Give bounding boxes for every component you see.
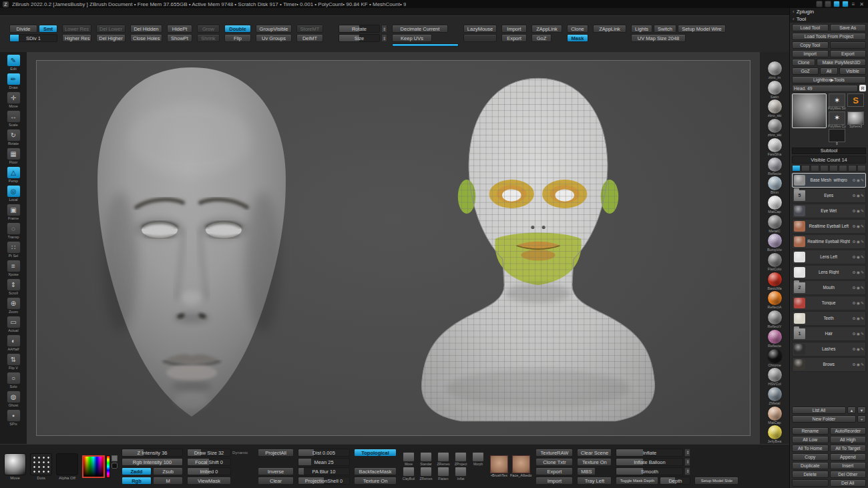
material-swatch[interactable]: FastSha [768, 138, 782, 157]
document-canvas[interactable] [36, 60, 750, 436]
brush-preset[interactable]: Morph [470, 452, 486, 466]
zsub-toggle[interactable]: Zsub [153, 467, 183, 475]
viewport[interactable] [27, 52, 760, 444]
hue-strip[interactable] [106, 455, 110, 478]
gear-icon[interactable] [852, 178, 855, 182]
left-toolbar-item[interactable]: ↻ Rotate [0, 129, 27, 146]
tool-export-button[interactable]: Export [830, 50, 867, 57]
titlebar-button[interactable] [816, 1, 823, 7]
color-picker[interactable] [82, 455, 118, 478]
visibility-eye-icon[interactable] [857, 285, 860, 290]
subtool-visibility-tab[interactable] [792, 165, 801, 172]
clone-button[interactable]: Clone [567, 25, 588, 33]
gear-icon[interactable] [852, 300, 855, 305]
size-spinner[interactable] [381, 34, 387, 42]
polypaint-icon[interactable] [861, 346, 864, 351]
wireframe-head-right[interactable] [408, 67, 668, 428]
tool-palette-header[interactable]: Tool [790, 15, 868, 23]
visibility-eye-icon[interactable] [857, 316, 860, 320]
depth-slider[interactable]: Depth [660, 477, 690, 485]
left-toolbar-item[interactable]: ◍ Ghost [0, 391, 27, 408]
subtool-row[interactable]: Teeth [792, 311, 866, 326]
material-swatch[interactable]: Chrome [768, 349, 782, 368]
gear-icon[interactable] [852, 254, 855, 259]
setup-model-side-button[interactable]: Setup Model Side [694, 477, 738, 485]
gear-icon[interactable] [852, 285, 855, 290]
subtool-visibility-tab[interactable] [820, 165, 829, 172]
close-holes-button[interactable]: Close Holes [130, 34, 162, 42]
material-swatch[interactable]: zbro_ski [768, 99, 782, 118]
flip-button[interactable]: Flip [224, 34, 251, 42]
lazymouse-button[interactable]: LazyMouse [463, 25, 497, 33]
goz-all-button[interactable]: All [820, 67, 838, 75]
z-intensity-slider[interactable]: Z Intensity 36 [122, 449, 183, 457]
sdiv-slider[interactable]: SDiv 1 [9, 34, 57, 42]
projectionshell-slider[interactable]: ProjectionShell 0 [298, 477, 350, 485]
storemt-button[interactable]: StoreMT [296, 25, 323, 33]
saturation-value-square[interactable] [82, 455, 105, 478]
groupvisible-button[interactable]: GroupVisible [256, 25, 292, 33]
clear-scene-button[interactable]: Clear Scene [577, 449, 612, 457]
visibility-eye-icon[interactable] [857, 178, 860, 182]
brush-preset[interactable]: Inflat [453, 467, 469, 481]
material-swatch[interactable]: Satin [768, 81, 782, 99]
material-swatch[interactable]: Reflecte [768, 330, 782, 348]
polypaint-icon[interactable] [861, 193, 864, 198]
left-toolbar-item[interactable]: ◌ Transp [0, 222, 27, 240]
picker-thumbnail[interactable]: Alpha Off [56, 453, 78, 480]
gear-icon[interactable] [852, 224, 855, 228]
toggle-mask-depth-button[interactable]: Toggle Mask Depth [616, 477, 658, 485]
subtool-action-button[interactable]: Delete [792, 471, 829, 478]
subtool-visibility-tab[interactable] [848, 165, 857, 172]
inflate-slider[interactable]: Inflate [616, 449, 683, 457]
uv-groups-button[interactable]: Uv Groups [256, 34, 292, 42]
tool-thumbnail[interactable]: Sphere3 [847, 111, 865, 129]
paste-tool-button[interactable] [830, 41, 867, 49]
double-toggle[interactable]: Double [224, 25, 251, 33]
gear-icon[interactable] [852, 316, 855, 320]
subtool-action-button[interactable]: Del Other [830, 471, 867, 478]
subtool-row[interactable]: 5 Eyes [792, 188, 866, 203]
goz-button[interactable]: GoZ [531, 34, 552, 42]
mbs-button[interactable]: MBS [577, 467, 596, 475]
export-button[interactable]: Export [501, 34, 527, 42]
material-swatch[interactable]: zbro_m [768, 61, 782, 80]
brush-preset[interactable]: Standar [418, 452, 434, 466]
current-tool-name[interactable]: Head. 49 [792, 85, 858, 92]
subtool-action-button[interactable]: All To Home [792, 445, 829, 452]
polypaint-icon[interactable] [861, 208, 864, 213]
viewmask-button[interactable]: ViewMask [187, 477, 231, 485]
dist-slider[interactable]: Dist 0.005 [298, 449, 350, 457]
clone-txtr-button[interactable]: Clone Txtr [535, 458, 573, 466]
subtool-action-button[interactable]: All To Target [830, 445, 867, 452]
clear-button[interactable]: Clear [258, 477, 294, 485]
left-toolbar-item[interactable]: ↔ Scale [0, 110, 27, 128]
gear-icon[interactable] [852, 193, 855, 198]
window-close-icon[interactable] [858, 1, 865, 7]
brush-preset[interactable]: ZRemes [435, 452, 451, 466]
decimation-progress[interactable] [392, 43, 459, 47]
subtool-row[interactable]: Lens Left [792, 250, 866, 264]
grow-button[interactable]: Grow [197, 25, 220, 33]
texture-import-button[interactable]: Import [535, 477, 573, 485]
subtool-action-button[interactable]: Append [830, 453, 867, 461]
polypaint-icon[interactable] [861, 254, 864, 259]
subtool-action-button[interactable]: All Low [792, 436, 829, 443]
material-swatch[interactable]: Reflecte [768, 158, 782, 176]
subtool-action-button[interactable]: All High [830, 436, 867, 443]
subtool-row[interactable]: Lashes [792, 342, 866, 356]
smt-toggle[interactable]: Smt [39, 25, 57, 33]
m-toggle[interactable]: M [153, 477, 183, 485]
tool-thumbnail[interactable] [847, 93, 865, 111]
active-tool-thumbnail[interactable] [792, 93, 827, 128]
main-color-swatch[interactable] [112, 455, 118, 461]
left-toolbar-item[interactable]: ∷ Pt Sel [0, 241, 27, 258]
del-all-button[interactable]: Del All [830, 479, 867, 487]
material-swatch[interactable]: BasicMa [767, 272, 781, 291]
sculpt-head-left[interactable] [45, 62, 339, 427]
polypaint-icon[interactable] [861, 285, 864, 290]
r-badge[interactable]: R [859, 85, 866, 91]
subtool-action-button[interactable]: AutoReorder [830, 427, 867, 435]
decimate-current-button[interactable]: Decimate Current [392, 25, 448, 33]
left-toolbar-item[interactable]: △ Persp [0, 166, 27, 184]
